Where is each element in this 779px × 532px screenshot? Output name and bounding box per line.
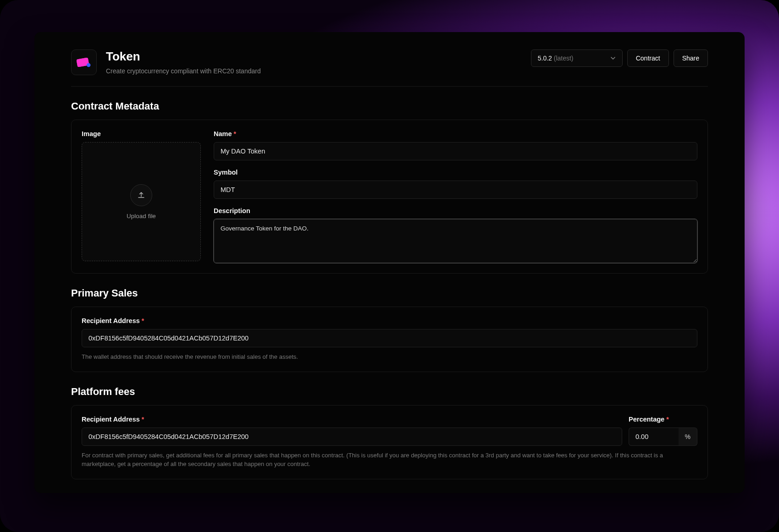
name-input[interactable] (214, 142, 697, 160)
symbol-label: Symbol (214, 169, 697, 176)
chevron-down-icon (610, 55, 616, 61)
page-title: Token (106, 49, 261, 64)
image-upload-dropzone[interactable]: Upload file (82, 142, 201, 261)
header-actions: 5.0.2 (latest) Contract Share (531, 49, 708, 67)
image-field: Image Upload file (82, 130, 201, 263)
version-label: 5.0.2 (latest) (538, 55, 574, 62)
section-platform-fees: Platform fees Recipient Address * Percen… (71, 386, 708, 479)
fee-percentage-field: Percentage * % (629, 416, 697, 446)
platform-fees-panel: Recipient Address * Percentage * % (71, 405, 708, 479)
fee-recipient-field: Recipient Address * (82, 416, 622, 446)
primary-recipient-field: Recipient Address * (82, 317, 697, 347)
fee-percentage-input[interactable] (629, 428, 679, 446)
fee-recipient-input[interactable] (82, 428, 622, 446)
name-label: Name * (214, 130, 697, 137)
required-marker: * (142, 416, 144, 423)
primary-sales-help: The wallet address that should receive t… (82, 353, 697, 362)
title-block: Token Create cryptocurrency compliant wi… (106, 49, 261, 75)
section-title-metadata: Contract Metadata (71, 100, 708, 112)
metadata-panel: Image Upload file (71, 120, 708, 274)
section-contract-metadata: Contract Metadata Image Upload file (71, 100, 708, 274)
required-marker: * (142, 317, 144, 324)
required-marker: * (666, 416, 669, 423)
required-marker: * (234, 130, 237, 137)
svg-point-2 (87, 63, 91, 67)
symbol-input[interactable] (214, 181, 697, 199)
upload-icon (137, 191, 145, 199)
section-primary-sales: Primary Sales Recipient Address * The wa… (71, 287, 708, 372)
share-button[interactable]: Share (674, 49, 708, 67)
version-dropdown[interactable]: 5.0.2 (latest) (531, 49, 623, 67)
primary-recipient-label: Recipient Address * (82, 317, 697, 324)
upload-label: Upload file (127, 213, 156, 219)
image-label: Image (82, 130, 201, 137)
description-textarea[interactable]: Governance Token for the DAO. (214, 219, 697, 263)
description-field: Description Governance Token for the DAO… (214, 207, 697, 263)
contract-button[interactable]: Contract (627, 49, 669, 67)
name-field: Name * (214, 130, 697, 160)
upload-icon-circle (130, 184, 152, 206)
token-icon (71, 49, 97, 75)
symbol-field: Symbol (214, 169, 697, 199)
page-subtitle: Create cryptocurrency compliant with ERC… (106, 67, 261, 75)
header: Token Create cryptocurrency compliant wi… (71, 49, 708, 87)
fee-percentage-label: Percentage * (629, 416, 697, 423)
page-background: Token Create cryptocurrency compliant wi… (0, 0, 779, 532)
header-left: Token Create cryptocurrency compliant wi… (71, 49, 261, 75)
platform-fees-help: For contract with primary sales, get add… (82, 451, 697, 469)
fee-recipient-label: Recipient Address * (82, 416, 622, 423)
app-card: Token Create cryptocurrency compliant wi… (34, 32, 745, 493)
percentage-combo: % (629, 428, 697, 446)
section-title-platform-fees: Platform fees (71, 386, 708, 398)
section-title-primary-sales: Primary Sales (71, 287, 708, 299)
primary-sales-panel: Recipient Address * The wallet address t… (71, 307, 708, 372)
description-label: Description (214, 207, 697, 214)
percentage-unit: % (679, 428, 697, 446)
primary-recipient-input[interactable] (82, 329, 697, 347)
